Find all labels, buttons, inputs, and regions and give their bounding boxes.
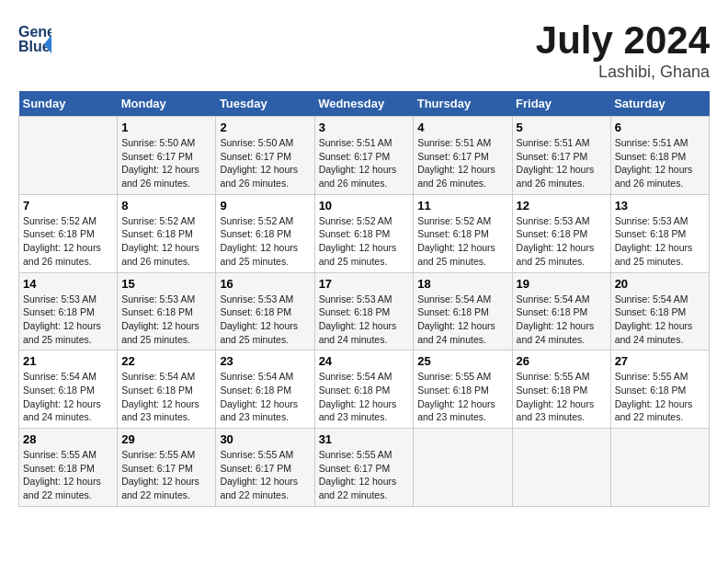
calendar-cell: 10Sunrise: 5:52 AM Sunset: 6:18 PM Dayli…	[314, 194, 414, 272]
day-number: 31	[319, 432, 410, 446]
header-friday: Friday	[512, 91, 610, 117]
day-number: 10	[319, 199, 410, 213]
calendar-cell: 4Sunrise: 5:51 AM Sunset: 6:17 PM Daylig…	[414, 117, 512, 195]
calendar-cell: 6Sunrise: 5:51 AM Sunset: 6:18 PM Daylig…	[610, 117, 709, 195]
cell-info: Sunrise: 5:53 AM Sunset: 6:18 PM Dayligh…	[319, 293, 410, 347]
day-number: 23	[220, 354, 310, 368]
calendar-cell: 3Sunrise: 5:51 AM Sunset: 6:17 PM Daylig…	[314, 117, 414, 195]
calendar-cell: 31Sunrise: 5:55 AM Sunset: 6:17 PM Dayli…	[314, 429, 414, 507]
calendar-cell: 22Sunrise: 5:54 AM Sunset: 6:18 PM Dayli…	[118, 350, 216, 429]
calendar-cell: 7Sunrise: 5:52 AM Sunset: 6:18 PM Daylig…	[19, 194, 118, 272]
cell-info: Sunrise: 5:50 AM Sunset: 6:17 PM Dayligh…	[220, 136, 310, 190]
calendar-cell: 19Sunrise: 5:54 AM Sunset: 6:18 PM Dayli…	[512, 272, 610, 350]
day-number: 4	[417, 121, 507, 134]
cell-info: Sunrise: 5:53 AM Sunset: 6:18 PM Dayligh…	[23, 293, 113, 347]
day-number: 2	[220, 121, 310, 134]
cell-info: Sunrise: 5:53 AM Sunset: 6:18 PM Dayligh…	[615, 214, 705, 269]
day-number: 11	[417, 199, 507, 213]
cell-info: Sunrise: 5:52 AM Sunset: 6:18 PM Dayligh…	[23, 214, 113, 269]
calendar-cell: 16Sunrise: 5:53 AM Sunset: 6:18 PM Dayli…	[216, 272, 314, 350]
cell-info: Sunrise: 5:54 AM Sunset: 6:18 PM Dayligh…	[319, 370, 410, 424]
day-number: 9	[220, 199, 310, 213]
page-header: General Blue July 2024 Lashibi, Ghana	[18, 18, 710, 82]
cell-info: Sunrise: 5:54 AM Sunset: 6:18 PM Dayligh…	[615, 293, 705, 347]
day-number: 6	[615, 121, 705, 134]
cell-info: Sunrise: 5:55 AM Sunset: 6:18 PM Dayligh…	[23, 448, 113, 502]
cell-info: Sunrise: 5:55 AM Sunset: 6:17 PM Dayligh…	[121, 448, 211, 502]
week-row-2: 7Sunrise: 5:52 AM Sunset: 6:18 PM Daylig…	[19, 194, 710, 272]
calendar-cell: 29Sunrise: 5:55 AM Sunset: 6:17 PM Dayli…	[118, 429, 216, 507]
day-number: 12	[517, 199, 607, 213]
calendar-cell: 20Sunrise: 5:54 AM Sunset: 6:18 PM Dayli…	[610, 272, 709, 350]
svg-text:General: General	[18, 24, 51, 40]
calendar-cell: 9Sunrise: 5:52 AM Sunset: 6:18 PM Daylig…	[216, 194, 314, 272]
day-number: 20	[615, 277, 705, 291]
cell-info: Sunrise: 5:55 AM Sunset: 6:17 PM Dayligh…	[319, 448, 410, 502]
calendar-cell: 17Sunrise: 5:53 AM Sunset: 6:18 PM Dayli…	[314, 272, 414, 350]
cell-info: Sunrise: 5:55 AM Sunset: 6:18 PM Dayligh…	[417, 370, 507, 424]
calendar-cell: 14Sunrise: 5:53 AM Sunset: 6:18 PM Dayli…	[19, 272, 118, 350]
calendar-cell: 25Sunrise: 5:55 AM Sunset: 6:18 PM Dayli…	[414, 350, 512, 429]
calendar-cell: 24Sunrise: 5:54 AM Sunset: 6:18 PM Dayli…	[314, 350, 414, 429]
cell-info: Sunrise: 5:55 AM Sunset: 6:18 PM Dayligh…	[517, 370, 607, 424]
calendar-cell	[19, 117, 118, 195]
week-row-1: 1Sunrise: 5:50 AM Sunset: 6:17 PM Daylig…	[19, 117, 710, 195]
cell-info: Sunrise: 5:53 AM Sunset: 6:18 PM Dayligh…	[517, 214, 607, 269]
calendar-cell: 15Sunrise: 5:53 AM Sunset: 6:18 PM Dayli…	[118, 272, 216, 350]
calendar-cell: 11Sunrise: 5:52 AM Sunset: 6:18 PM Dayli…	[414, 194, 512, 272]
header-wednesday: Wednesday	[314, 91, 414, 117]
cell-info: Sunrise: 5:51 AM Sunset: 6:17 PM Dayligh…	[517, 136, 607, 190]
calendar-cell	[414, 429, 512, 507]
title-block: July 2024 Lashibi, Ghana	[536, 18, 710, 82]
header-saturday: Saturday	[610, 91, 709, 117]
day-number: 30	[220, 432, 310, 446]
cell-info: Sunrise: 5:53 AM Sunset: 6:18 PM Dayligh…	[220, 293, 310, 347]
calendar-cell: 26Sunrise: 5:55 AM Sunset: 6:18 PM Dayli…	[512, 350, 610, 429]
calendar-cell: 12Sunrise: 5:53 AM Sunset: 6:18 PM Dayli…	[512, 194, 610, 272]
calendar-body: 1Sunrise: 5:50 AM Sunset: 6:17 PM Daylig…	[19, 117, 710, 507]
calendar-cell: 2Sunrise: 5:50 AM Sunset: 6:17 PM Daylig…	[216, 117, 314, 195]
logo: General Blue	[18, 18, 51, 61]
header-thursday: Thursday	[414, 91, 512, 117]
day-number: 3	[319, 121, 410, 134]
day-number: 15	[121, 277, 211, 291]
calendar-title: July 2024	[536, 18, 710, 63]
calendar-table: Sunday Monday Tuesday Wednesday Thursday…	[18, 91, 710, 507]
cell-info: Sunrise: 5:52 AM Sunset: 6:18 PM Dayligh…	[121, 214, 211, 269]
cell-info: Sunrise: 5:55 AM Sunset: 6:18 PM Dayligh…	[615, 370, 705, 424]
calendar-cell: 28Sunrise: 5:55 AM Sunset: 6:18 PM Dayli…	[19, 429, 118, 507]
day-number: 17	[319, 277, 410, 291]
calendar-cell: 13Sunrise: 5:53 AM Sunset: 6:18 PM Dayli…	[610, 194, 709, 272]
calendar-cell	[512, 429, 610, 507]
calendar-cell: 30Sunrise: 5:55 AM Sunset: 6:17 PM Dayli…	[216, 429, 314, 507]
day-number: 5	[517, 121, 607, 134]
cell-info: Sunrise: 5:52 AM Sunset: 6:18 PM Dayligh…	[417, 214, 507, 269]
day-number: 16	[220, 277, 310, 291]
calendar-cell: 5Sunrise: 5:51 AM Sunset: 6:17 PM Daylig…	[512, 117, 610, 195]
calendar-subtitle: Lashibi, Ghana	[536, 63, 710, 82]
day-number: 8	[121, 199, 211, 213]
svg-text:Blue: Blue	[18, 39, 51, 54]
calendar-cell: 8Sunrise: 5:52 AM Sunset: 6:18 PM Daylig…	[118, 194, 216, 272]
day-number: 27	[615, 354, 705, 368]
day-number: 26	[517, 354, 607, 368]
header-row: Sunday Monday Tuesday Wednesday Thursday…	[19, 91, 710, 117]
cell-info: Sunrise: 5:51 AM Sunset: 6:17 PM Dayligh…	[319, 136, 410, 190]
day-number: 21	[23, 354, 113, 368]
day-number: 18	[417, 277, 507, 291]
calendar-cell	[610, 429, 709, 507]
week-row-5: 28Sunrise: 5:55 AM Sunset: 6:18 PM Dayli…	[19, 429, 710, 507]
day-number: 13	[615, 199, 705, 213]
cell-info: Sunrise: 5:53 AM Sunset: 6:18 PM Dayligh…	[121, 293, 211, 347]
day-number: 19	[517, 277, 607, 291]
week-row-3: 14Sunrise: 5:53 AM Sunset: 6:18 PM Dayli…	[19, 272, 710, 350]
calendar-cell: 27Sunrise: 5:55 AM Sunset: 6:18 PM Dayli…	[610, 350, 709, 429]
header-sunday: Sunday	[19, 91, 118, 117]
cell-info: Sunrise: 5:54 AM Sunset: 6:18 PM Dayligh…	[220, 370, 310, 424]
day-number: 22	[121, 354, 211, 368]
cell-info: Sunrise: 5:51 AM Sunset: 6:18 PM Dayligh…	[615, 136, 705, 190]
day-number: 1	[121, 121, 211, 134]
cell-info: Sunrise: 5:50 AM Sunset: 6:17 PM Dayligh…	[121, 136, 211, 190]
day-number: 25	[417, 354, 507, 368]
header-monday: Monday	[118, 91, 216, 117]
